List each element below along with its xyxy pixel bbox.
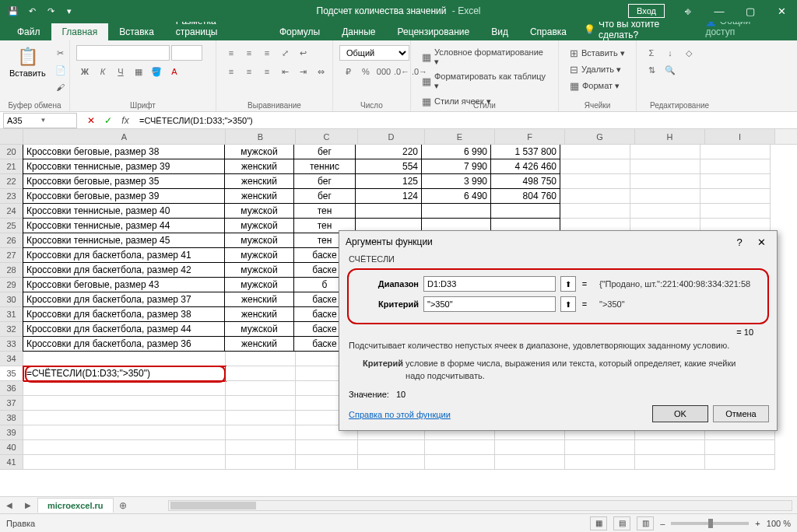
- cell[interactable]: мужской: [224, 277, 294, 292]
- align-right-button[interactable]: ≡: [258, 64, 276, 79]
- cell[interactable]: [630, 189, 700, 204]
- page-break-view-button[interactable]: ▥: [637, 516, 654, 530]
- cell[interactable]: Кроссовки теннисные, размер 39: [23, 159, 225, 174]
- percent-button[interactable]: %: [357, 64, 374, 79]
- maximize-button[interactable]: ▢: [735, 0, 766, 22]
- col-header[interactable]: E: [425, 129, 495, 144]
- row-header[interactable]: 30: [0, 292, 23, 307]
- border-button[interactable]: ▦: [130, 64, 147, 79]
- cell[interactable]: мужской: [224, 262, 294, 278]
- cell[interactable]: [23, 396, 226, 411]
- indent-dec-button[interactable]: ⇤: [276, 64, 293, 79]
- font-color-button[interactable]: A: [166, 64, 183, 79]
- zoom-in-button[interactable]: +: [755, 519, 760, 528]
- cell[interactable]: [226, 411, 296, 425]
- row-header[interactable]: 22: [0, 174, 23, 189]
- cell[interactable]: Кроссовки для баскетбола, размер 44: [23, 321, 225, 337]
- cell[interactable]: мужской: [224, 218, 294, 233]
- cell[interactable]: [355, 203, 422, 219]
- tab-insert[interactable]: Вставка: [108, 23, 165, 40]
- underline-button[interactable]: Ч: [112, 64, 129, 79]
- row-header[interactable]: 20: [0, 145, 23, 159]
- number-format-select[interactable]: Общий: [339, 45, 409, 61]
- cell[interactable]: [226, 425, 296, 440]
- col-header[interactable]: D: [358, 129, 425, 144]
- cell[interactable]: 125: [355, 173, 422, 189]
- cell[interactable]: [700, 204, 771, 219]
- cell[interactable]: Кроссовки теннисные, размер 44: [23, 218, 225, 233]
- cell[interactable]: [630, 204, 700, 219]
- delete-cells-button[interactable]: ⊟Удалить ▾: [565, 61, 626, 78]
- cell[interactable]: 554: [355, 159, 422, 174]
- close-button[interactable]: ✕: [766, 0, 797, 22]
- cell[interactable]: [226, 455, 296, 470]
- cell[interactable]: [226, 396, 296, 411]
- cell[interactable]: теннис: [293, 159, 356, 174]
- cell[interactable]: [705, 440, 775, 455]
- cell[interactable]: [700, 174, 771, 189]
- dialog-help-button[interactable]: ?: [730, 233, 749, 251]
- cell[interactable]: 1 537 800: [490, 144, 560, 159]
- page-layout-view-button[interactable]: ▤: [613, 516, 630, 530]
- cell[interactable]: Кроссовки теннисные, размер 45: [23, 233, 225, 248]
- format-painter-button[interactable]: 🖌: [52, 79, 69, 95]
- cell[interactable]: [23, 440, 226, 455]
- cell[interactable]: [425, 455, 495, 470]
- cell[interactable]: [565, 455, 635, 470]
- cell[interactable]: мужской: [224, 203, 294, 219]
- sheet-nav-next[interactable]: ▶: [19, 501, 37, 509]
- cell[interactable]: [560, 189, 630, 204]
- cell[interactable]: мужской: [224, 321, 294, 337]
- zoom-level[interactable]: 100 %: [767, 519, 791, 528]
- cell[interactable]: =СЧЁТЕСЛИ(D1:D33;">350"): [23, 366, 226, 381]
- row-header[interactable]: 27: [0, 248, 23, 263]
- cell[interactable]: [23, 411, 226, 425]
- cell[interactable]: Кроссовки для баскетбола, размер 41: [23, 247, 225, 263]
- col-header[interactable]: I: [705, 129, 775, 144]
- cell[interactable]: [565, 440, 635, 455]
- merge-button[interactable]: ⇔: [312, 64, 329, 79]
- cell[interactable]: [630, 159, 700, 174]
- align-center-button[interactable]: ≡: [241, 64, 258, 79]
- sort-filter-button[interactable]: ⇅: [643, 62, 660, 78]
- cell[interactable]: [560, 159, 630, 174]
- tab-home[interactable]: Главная: [51, 23, 109, 40]
- arg-range-input[interactable]: [423, 276, 556, 292]
- cell[interactable]: [495, 440, 565, 455]
- align-top-button[interactable]: ≡: [223, 45, 240, 61]
- cell[interactable]: 7 990: [421, 159, 491, 174]
- cell[interactable]: [226, 381, 296, 396]
- qat-save-icon[interactable]: 💾: [5, 2, 22, 19]
- cell[interactable]: 3 990: [421, 173, 491, 189]
- cell[interactable]: 4 426 460: [490, 159, 560, 174]
- cell[interactable]: Кроссовки теннисные, размер 40: [23, 203, 225, 219]
- cancel-button[interactable]: Отмена: [713, 405, 769, 422]
- fx-button[interactable]: fx: [118, 114, 133, 128]
- row-header[interactable]: 28: [0, 263, 23, 278]
- row-header[interactable]: 34: [0, 352, 23, 366]
- col-header[interactable]: A: [23, 129, 226, 144]
- cell[interactable]: Кроссовки беговые, размер 39: [23, 188, 225, 204]
- row-header[interactable]: 31: [0, 307, 23, 322]
- row-header[interactable]: 40: [0, 440, 23, 455]
- row-header[interactable]: 41: [0, 455, 23, 470]
- cell[interactable]: [425, 440, 495, 455]
- cut-button[interactable]: ✂: [52, 45, 69, 61]
- cell[interactable]: мужской: [224, 233, 294, 248]
- login-button[interactable]: Вход: [628, 4, 665, 18]
- row-header[interactable]: 38: [0, 411, 23, 425]
- find-button[interactable]: 🔍: [662, 62, 679, 78]
- cell[interactable]: [700, 159, 771, 174]
- horizontal-scrollbar[interactable]: [168, 500, 792, 511]
- align-bottom-button[interactable]: ≡: [258, 45, 276, 61]
- cell[interactable]: женский: [224, 173, 294, 189]
- indent-inc-button[interactable]: ⇥: [294, 64, 311, 79]
- row-header[interactable]: 24: [0, 204, 23, 219]
- cell[interactable]: 220: [355, 144, 422, 159]
- function-help-link[interactable]: Справка по этой функции: [349, 410, 451, 419]
- cell[interactable]: тен: [293, 203, 356, 219]
- inc-decimal-button[interactable]: .0←: [393, 64, 410, 79]
- comma-button[interactable]: 000: [375, 64, 392, 79]
- cell[interactable]: [490, 203, 560, 219]
- conditional-format-button[interactable]: ▦Условное форматирование ▾: [417, 45, 552, 69]
